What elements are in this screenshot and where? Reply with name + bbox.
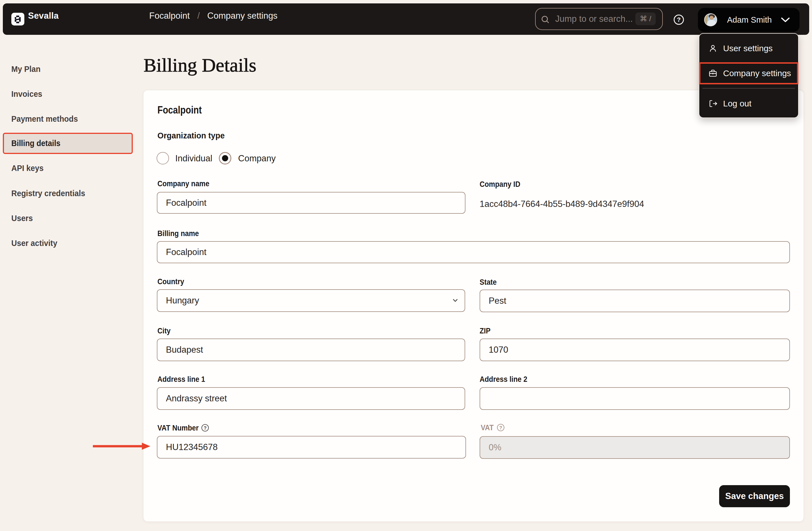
svg-text:?: ?	[204, 425, 206, 431]
svg-text:?: ?	[499, 425, 502, 430]
svg-text:?: ?	[677, 16, 681, 23]
